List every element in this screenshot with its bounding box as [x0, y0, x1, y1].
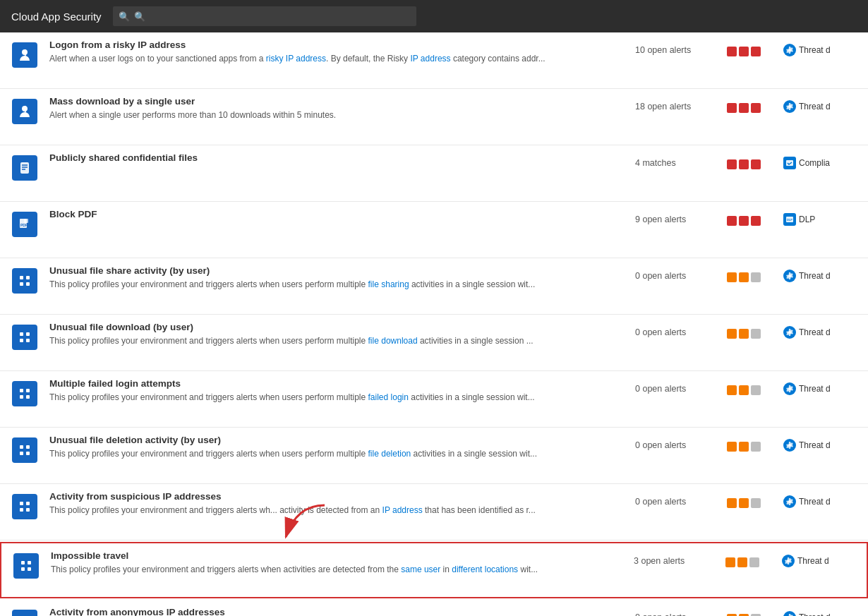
svg-rect-18	[20, 389, 23, 392]
policy-type-badge: DLP DLP	[783, 213, 815, 226]
svg-rect-22	[20, 445, 23, 449]
svg-rect-16	[20, 339, 23, 342]
policy-content-col: Unusual file deletion activity (by user)…	[49, 435, 635, 476]
policy-type-col: Threat d	[783, 40, 868, 81]
policy-type-label: Threat d	[799, 271, 831, 281]
svg-rect-23	[26, 445, 30, 449]
policy-description: This policy profiles your environment an…	[51, 564, 627, 576]
svg-rect-14	[20, 332, 23, 336]
policy-row[interactable]: Activity from anonymous IP addressesThis…	[0, 600, 868, 616]
policy-title: Activity from suspicious IP addresses	[49, 491, 628, 502]
policy-alerts: 8 open alerts	[635, 607, 727, 616]
severity-bar	[727, 103, 737, 113]
severity-bar	[727, 329, 737, 339]
severity-bar	[739, 498, 749, 508]
policy-severity	[727, 40, 783, 81]
severity-bar	[727, 272, 737, 282]
policy-content-col: Publicly shared confidential files	[49, 152, 635, 194]
svg-text:DLP: DLP	[787, 218, 792, 222]
policy-description: This policy profiles your environment an…	[49, 448, 628, 460]
svg-text:PDF: PDF	[20, 223, 28, 227]
policy-title: Activity from anonymous IP addresses	[49, 607, 628, 616]
svg-rect-10	[20, 276, 23, 279]
policy-row[interactable]: Multiple failed login attemptsThis polic…	[0, 371, 868, 428]
policy-row[interactable]: Unusual file download (by user)This poli…	[0, 315, 868, 371]
severity-bar	[727, 216, 737, 226]
search-input[interactable]	[113, 6, 416, 26]
policy-type-label: Threat d	[799, 327, 831, 337]
svg-rect-15	[26, 332, 30, 336]
policy-alerts: 18 open alerts	[635, 96, 727, 138]
download2-icon	[12, 325, 37, 350]
policy-type-label: Complia	[799, 158, 830, 168]
policy-row[interactable]: Activity from suspicious IP addressesThi…	[0, 484, 868, 540]
policy-type-col: DLP DLP	[783, 209, 868, 250]
policy-type-col: Threat d	[783, 96, 868, 138]
policy-row[interactable]: Impossible travelThis policy profiles yo…	[0, 542, 868, 598]
dlp-icon: DLP	[783, 213, 796, 226]
svg-rect-25	[26, 452, 30, 455]
travel-icon	[13, 553, 39, 579]
policy-title: Logon from a risky IP address	[49, 40, 628, 50]
policy-row[interactable]: Mass download by a single userAlert when…	[0, 89, 868, 145]
policy-severity	[727, 378, 783, 420]
severity-bar	[739, 159, 749, 169]
threat-icon	[783, 382, 796, 395]
policy-icon-col: PDF	[0, 209, 49, 250]
policy-icon-col	[0, 265, 49, 307]
policy-row[interactable]: Unusual file share activity (by user)Thi…	[0, 258, 868, 315]
policy-icon-col	[0, 322, 49, 363]
threat-icon	[783, 270, 796, 282]
policy-alerts: 9 open alerts	[635, 209, 727, 250]
policy-content-col: Activity from suspicious IP addressesThi…	[49, 491, 635, 533]
policy-icon-col	[0, 607, 49, 616]
policy-severity	[727, 322, 783, 363]
policy-row[interactable]: PDF Block PDF9 open alerts DLP DLP	[0, 202, 868, 258]
svg-rect-13	[26, 282, 30, 286]
policy-type-label: Threat d	[799, 384, 831, 394]
policy-row[interactable]: Unusual file deletion activity (by user)…	[0, 428, 868, 484]
policy-type-badge: Threat d	[783, 611, 831, 616]
threat-icon	[783, 439, 796, 452]
policy-icon-col	[0, 378, 49, 420]
svg-rect-11	[26, 276, 30, 279]
policy-content-col: Unusual file share activity (by user)Thi…	[49, 265, 635, 307]
severity-bar	[739, 329, 749, 339]
severity-bar	[727, 47, 737, 56]
policy-icon-col	[0, 491, 49, 533]
policy-type-label: Threat d	[799, 102, 831, 111]
person-icon	[12, 42, 37, 68]
policy-icon-col	[0, 435, 49, 476]
policy-type-badge: Threat d	[783, 270, 831, 282]
policy-row[interactable]: Publicly shared confidential files4 matc…	[0, 145, 868, 202]
policy-severity	[727, 209, 783, 250]
policy-icon-col	[0, 152, 49, 194]
policy-type-col: Threat d	[783, 491, 868, 533]
policy-title: Impossible travel	[51, 550, 627, 561]
svg-rect-32	[28, 561, 31, 564]
policy-alerts: 0 open alerts	[635, 435, 727, 476]
policy-alerts: 0 open alerts	[635, 378, 727, 420]
policy-type-badge: Complia	[783, 157, 830, 169]
severity-bar	[739, 442, 749, 452]
severity-bar	[737, 557, 747, 567]
policy-alerts: 4 matches	[635, 152, 727, 194]
severity-bar	[739, 385, 749, 395]
policy-icon-col	[0, 96, 49, 138]
severity-bar	[727, 442, 737, 452]
policy-severity	[727, 491, 783, 533]
policy-type-badge: Threat d	[783, 326, 831, 339]
severity-bar	[751, 159, 761, 169]
policy-severity	[727, 265, 783, 307]
login-icon	[12, 381, 37, 406]
svg-rect-4	[786, 160, 793, 166]
severity-bar	[751, 385, 761, 395]
policy-alerts: 10 open alerts	[635, 40, 727, 81]
policy-description: This policy profiles your environment an…	[49, 335, 628, 347]
policy-type-badge: Threat d	[782, 555, 829, 567]
severity-bar	[725, 557, 735, 567]
policy-row[interactable]: Logon from a risky IP addressAlert when …	[0, 32, 868, 89]
policy-alerts: 3 open alerts	[634, 550, 725, 590]
policy-title: Block PDF	[49, 209, 628, 219]
app-container: Cloud App Security 🔍 Logon from a risky …	[0, 0, 868, 616]
